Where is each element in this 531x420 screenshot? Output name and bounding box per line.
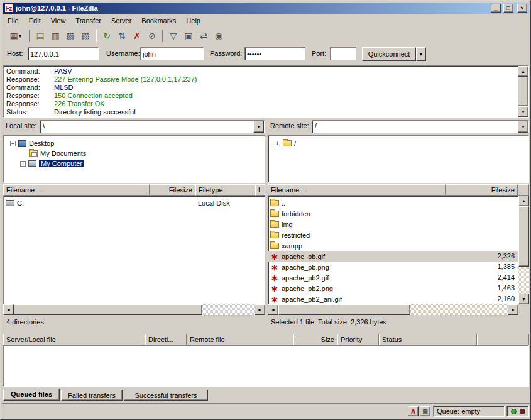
- tree-item-my-computer[interactable]: + My Computer: [4, 158, 265, 169]
- close-button[interactable]: ×: [517, 4, 527, 13]
- compare-icon: ▣: [184, 31, 192, 41]
- file-row[interactable]: ∗apache_pb2.gif 2,414: [268, 272, 518, 283]
- column-header-filename[interactable]: Filename▵: [3, 184, 150, 196]
- local-site-combo[interactable]: \ ▼: [40, 120, 265, 133]
- scroll-up-button[interactable]: ▲: [518, 66, 528, 77]
- menu-bookmarks[interactable]: Bookmarks: [136, 15, 181, 26]
- file-row[interactable]: img: [268, 219, 518, 229]
- site-manager-button[interactable]: ▦ ▾: [5, 28, 26, 43]
- scroll-right-button[interactable]: ►: [255, 304, 265, 315]
- local-tree-icon: ▥: [51, 31, 59, 41]
- remote-vscrollbar[interactable]: ▲ ▼: [518, 196, 529, 304]
- file-row[interactable]: forbidden: [268, 208, 518, 219]
- column-header-status[interactable]: Status: [379, 334, 477, 345]
- expand-icon[interactable]: +: [20, 161, 26, 167]
- disconnect-button[interactable]: ⊘: [145, 28, 160, 43]
- column-header-remote-file[interactable]: Remote file: [187, 334, 293, 345]
- tree-item-desktop[interactable]: − Desktop: [4, 138, 265, 148]
- sync-icon: ⇄: [200, 31, 207, 41]
- tab-queued-files[interactable]: Queued files: [3, 389, 60, 401]
- column-header-filename[interactable]: Filename▵: [268, 184, 446, 196]
- menu-help[interactable]: Help: [181, 15, 205, 26]
- scrollbar-thumb[interactable]: [278, 304, 410, 315]
- tree-item-root[interactable]: + /: [268, 138, 528, 148]
- toggle-remote-tree-button[interactable]: ▨: [63, 28, 78, 43]
- local-tree[interactable]: − Desktop My Documents + My Computer: [3, 135, 265, 183]
- column-header-lastmodified[interactable]: L: [255, 184, 265, 196]
- password-input[interactable]: [244, 47, 305, 60]
- tab-failed-transfers[interactable]: Failed transfers: [61, 390, 123, 401]
- quickconnect-button[interactable]: Quickconnect: [362, 47, 416, 61]
- scrollbar-thumb[interactable]: [518, 77, 528, 106]
- directory-comparison-button[interactable]: ▣: [181, 28, 196, 43]
- tree-item-label-selected: My Computer: [39, 160, 84, 167]
- scroll-down-button[interactable]: ▼: [518, 294, 529, 304]
- column-header-filesize[interactable]: Filesize: [150, 184, 195, 196]
- speed-limits-indicator[interactable]: ▣: [420, 406, 430, 416]
- file-row[interactable]: C: Local Disk: [4, 197, 265, 208]
- file-row[interactable]: restricted: [268, 229, 518, 240]
- toggle-message-log-button[interactable]: ▤: [33, 28, 48, 43]
- toggle-local-tree-button[interactable]: ▥: [48, 28, 63, 43]
- synchronized-browsing-button[interactable]: ⇄: [196, 28, 211, 43]
- remote-hscrollbar[interactable]: ◄ ►: [268, 304, 518, 315]
- port-input[interactable]: [330, 47, 356, 60]
- local-file-list[interactable]: C: Local Disk: [3, 196, 265, 304]
- find-button[interactable]: ◉: [211, 28, 226, 43]
- file-row[interactable]: xampp: [268, 240, 518, 251]
- remote-file-list[interactable]: .. forbidden img restricted xampp ∗apach…: [268, 196, 518, 304]
- menu-transfer[interactable]: Transfer: [70, 15, 106, 26]
- dropdown-arrow-icon[interactable]: ▼: [518, 121, 528, 133]
- scroll-down-button[interactable]: ▼: [518, 106, 528, 117]
- menu-file[interactable]: File: [3, 15, 24, 26]
- maximize-button[interactable]: □: [503, 4, 513, 13]
- quickconnect-dropdown-button[interactable]: ▼: [416, 47, 426, 61]
- local-site-bar: Local site: \ ▼: [3, 120, 265, 134]
- column-header-filetype[interactable]: Filetype: [195, 184, 255, 196]
- tab-successful-transfers[interactable]: Successful transfers: [124, 390, 208, 401]
- scroll-up-button[interactable]: ▲: [518, 196, 529, 206]
- minimize-button[interactable]: _: [491, 4, 501, 13]
- file-row[interactable]: ∗apache_pb.png 1,385: [268, 262, 518, 272]
- queue-list[interactable]: [3, 345, 529, 387]
- scroll-right-button[interactable]: ►: [508, 304, 518, 315]
- cancel-button[interactable]: ✗: [129, 28, 145, 43]
- collapse-icon[interactable]: −: [10, 141, 16, 146]
- filter-button[interactable]: ▽: [166, 28, 181, 43]
- expand-icon[interactable]: +: [275, 141, 280, 146]
- column-header-server-local-file[interactable]: Server/Local file: [3, 334, 145, 345]
- scrollbar-thumb[interactable]: [518, 206, 529, 267]
- host-input[interactable]: [28, 47, 99, 60]
- menu-edit[interactable]: Edit: [24, 15, 46, 26]
- refresh-button[interactable]: ↻: [99, 28, 114, 43]
- username-input[interactable]: [140, 47, 204, 60]
- menu-server[interactable]: Server: [106, 15, 136, 26]
- file-row[interactable]: ..: [268, 197, 518, 208]
- scroll-left-button[interactable]: ◄: [3, 304, 14, 315]
- file-row-selected[interactable]: ∗apache_pb.gif 2,326: [268, 251, 518, 262]
- dropdown-arrow-icon[interactable]: ▼: [253, 121, 264, 133]
- column-header-size[interactable]: Size: [293, 334, 337, 345]
- remote-site-combo[interactable]: / ▼: [312, 120, 529, 133]
- transfer-type-indicator[interactable]: A: [408, 406, 419, 416]
- activity-led-panel: [506, 406, 529, 417]
- log-line: Command:MLSD: [4, 84, 528, 92]
- message-log[interactable]: Command:PASV Response:227 Entering Passi…: [3, 65, 529, 118]
- column-header-filesize[interactable]: Filesize: [446, 184, 518, 196]
- file-row[interactable]: ∗apache_pb2_ani.gif 2,160: [268, 294, 518, 304]
- menu-view[interactable]: View: [46, 15, 71, 26]
- column-header-priority[interactable]: Priority: [337, 334, 379, 345]
- local-hscrollbar[interactable]: ◄ ►: [3, 304, 265, 315]
- filezilla-window: Fz john@127.0.0.1 - FileZilla _ □ × File…: [0, 0, 531, 420]
- remote-tree[interactable]: + /: [268, 135, 529, 183]
- tree-item-my-documents[interactable]: My Documents: [4, 148, 265, 158]
- file-row[interactable]: ∗apache_pb2.png 1,463: [268, 283, 518, 294]
- toggle-queue-button[interactable]: ▧: [78, 28, 93, 43]
- scroll-left-button[interactable]: ◄: [268, 304, 278, 315]
- log-scrollbar[interactable]: ▲ ▼: [518, 66, 528, 117]
- process-queue-button[interactable]: ⇅: [114, 28, 129, 43]
- folder-icon: [270, 200, 279, 206]
- broken-image-icon: ∗: [270, 296, 279, 302]
- column-header-direction[interactable]: Directi...: [145, 334, 187, 345]
- scrollbar-thumb[interactable]: [14, 304, 202, 315]
